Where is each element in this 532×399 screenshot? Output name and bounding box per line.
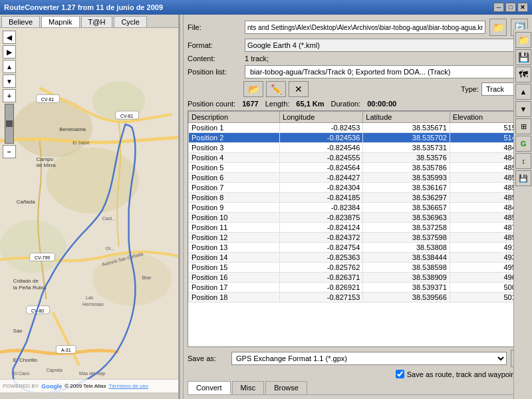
cell-desc: Position 17 (189, 283, 280, 293)
cell-lat: 38.535731 (363, 143, 450, 153)
file-browse-button[interactable]: 📁 (489, 19, 507, 36)
data-table[interactable]: Description Longitude Latitude Elevation… (188, 110, 528, 347)
type-label: Type: (461, 85, 479, 93)
cell-lon: -0.824304 (280, 183, 363, 193)
map-btn-down[interactable]: ▼ (3, 74, 16, 88)
table-row[interactable]: Position 8 -0.824185 38.536297 485 m (189, 193, 527, 203)
save-all-checkbox[interactable] (396, 370, 404, 378)
rt-btn-down[interactable]: ▼ (515, 101, 531, 117)
svg-point-3 (46, 148, 138, 213)
cell-desc: Position 2 (189, 133, 280, 143)
col-description[interactable]: Description (189, 112, 280, 123)
rt-btn-3[interactable]: 🗺 (515, 66, 531, 82)
file-input[interactable] (245, 21, 485, 34)
cell-lat: 38.536963 (363, 213, 450, 223)
close-button[interactable]: ✕ (517, 3, 528, 12)
cell-lat: 38.536657 (363, 203, 450, 213)
map-zoom-out[interactable]: − (3, 145, 16, 158)
svg-text:Caprala: Caprala (46, 368, 62, 373)
copyright-text: © 2009 Tele Atlas (65, 383, 106, 389)
maximize-button[interactable]: □ (505, 3, 516, 12)
map-tab-cycle[interactable]: Cycle (114, 16, 147, 27)
svg-text:de Mirra: de Mirra (37, 162, 57, 168)
cell-desc: Position 14 (189, 253, 280, 263)
terms-link[interactable]: Términos de uso (108, 383, 148, 389)
map-tab-mapnik[interactable]: Mapnik (41, 16, 79, 27)
cell-desc: Position 13 (189, 243, 280, 253)
cell-lat: 38.535702 (363, 133, 450, 143)
table-row[interactable]: Position 11 -0.824124 38.537258 487 m (189, 223, 527, 233)
add-position-button[interactable]: 📂 (243, 81, 263, 97)
rt-btn-1[interactable]: 📁 (515, 32, 531, 48)
col-longitude[interactable]: Longitude (280, 112, 363, 123)
delete-position-button[interactable]: ✕ (289, 81, 309, 97)
cell-lon: -0.824564 (280, 163, 363, 173)
tab-convert[interactable]: Convert (188, 381, 231, 394)
map-tab-tah[interactable]: T@H (81, 16, 113, 27)
table-row[interactable]: Position 17 -0.826921 38.539371 500 m (189, 283, 527, 293)
table-row[interactable]: Position 6 -0.824427 38.535993 485 m (189, 173, 527, 183)
table-row[interactable]: Position 14 -0.825363 38.538444 493 m (189, 253, 527, 263)
google-label: Google (41, 383, 62, 390)
table-row[interactable]: Position 10 -0.823875 38.536963 485 m (189, 213, 527, 223)
col-latitude[interactable]: Latitude (363, 112, 450, 123)
cell-lat: 38.53808 (363, 243, 450, 253)
cell-desc: Position 9 (189, 203, 280, 213)
svg-text:Beneixama: Beneixama (59, 126, 86, 132)
position-list-select[interactable]: biar-tobog-agua/Tracks/Track 0; Exported… (245, 65, 528, 78)
duration-value: 00:00:00 (367, 100, 396, 108)
map-btn-right[interactable]: ▶ (3, 45, 16, 59)
table-row[interactable]: Position 1 -0.82453 38.535671 515 m (189, 123, 527, 133)
table-row[interactable]: Position 3 -0.824546 38.535731 484 m (189, 143, 527, 153)
map-btn-left[interactable]: ◀ (3, 31, 16, 44)
svg-text:CV-799: CV-799 (35, 255, 50, 260)
cell-lat: 38.535786 (363, 163, 450, 173)
minimize-button[interactable]: ─ (493, 3, 504, 12)
rt-btn-up[interactable]: ▲ (515, 84, 531, 100)
position-list-label: Position list: (188, 68, 241, 76)
save-row: Save as: GPS Exchange Format 1.1 (*.gpx)… (188, 350, 528, 367)
svg-text:Sax: Sax (13, 328, 23, 334)
rt-btn-save2[interactable]: 💾 (515, 170, 531, 186)
table-row[interactable]: Position 18 -0.827153 38.539566 501 m (189, 293, 527, 303)
map-zoom-in[interactable]: + (3, 89, 16, 102)
cell-lon: -0.824124 (280, 223, 363, 233)
tab-browse[interactable]: Browse (265, 381, 307, 394)
map-btn-up[interactable]: ▲ (3, 60, 16, 73)
cell-lon: -0.826371 (280, 273, 363, 283)
svg-text:Or...: Or... (106, 246, 114, 251)
rt-btn-2[interactable]: 💾 (515, 49, 531, 65)
map-svg: CV-81 CV-81 CV-799 CV-80 A-31 Beneixama … (0, 28, 178, 392)
rt-btn-grid[interactable]: ⊞ (515, 118, 531, 134)
zoom-slider[interactable] (5, 104, 14, 144)
save-as-select[interactable]: GPS Exchange Format 1.1 (*.gpx) Google E… (231, 352, 507, 365)
cell-lat: 38.535993 (363, 173, 450, 183)
tab-misc[interactable]: Misc (232, 381, 265, 394)
cell-lon: -0.824536 (280, 133, 363, 143)
map-area[interactable]: ◀ ▶ ▲ ▼ + − (0, 28, 178, 392)
map-tab-believe[interactable]: Believe (1, 16, 40, 27)
map-copyright-bar: POWERED BY Google © 2009 Tele Atlas Térm… (0, 379, 178, 392)
cell-lon: -0.824427 (280, 173, 363, 183)
svg-text:Cañada: Cañada (17, 199, 35, 205)
format-label: Format: (188, 41, 241, 49)
cell-lat: 38.537598 (363, 233, 450, 243)
duration-label: Duration: (331, 100, 361, 108)
length-label: Length: (265, 100, 290, 108)
table-row[interactable]: Position 9 -0.82384 38.536657 484 m (189, 203, 527, 213)
rt-btn-globe[interactable]: G (515, 136, 531, 152)
cell-lat: 38.539566 (363, 293, 450, 303)
table-row[interactable]: Position 7 -0.824304 38.536167 485 m (189, 183, 527, 193)
table-row[interactable]: Position 4 -0.824555 38.53576 484 m (189, 153, 527, 163)
rt-btn-updown[interactable]: ↕ (515, 153, 531, 169)
svg-text:Hermosas: Hermosas (82, 302, 104, 307)
edit-position-button[interactable]: ✏️ (266, 81, 286, 97)
table-row[interactable]: Position 16 -0.826371 38.538909 496 m (189, 273, 527, 283)
table-row[interactable]: Position 12 -0.824372 38.537598 489 m (189, 233, 527, 243)
cell-lon: -0.825363 (280, 253, 363, 263)
table-row[interactable]: Position 2 -0.824536 38.535702 514 m (189, 133, 527, 143)
table-row[interactable]: Position 5 -0.824564 38.535786 485 m (189, 163, 527, 173)
svg-text:Biar: Biar (142, 275, 151, 281)
table-row[interactable]: Position 13 -0.824754 38.53808 491 m (189, 243, 527, 253)
table-row[interactable]: Position 15 -0.825762 38.538598 495 m (189, 263, 527, 273)
